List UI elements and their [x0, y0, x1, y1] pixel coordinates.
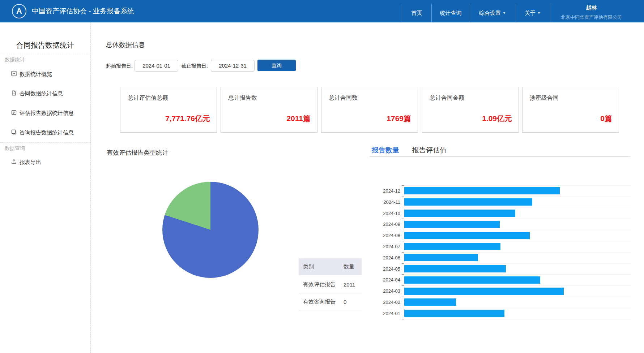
bar-2024-10	[404, 210, 515, 217]
bar-category-label: 2024-11	[376, 197, 400, 208]
bar-category-label: 2024-06	[376, 252, 400, 263]
bar-2024-11	[404, 198, 532, 206]
stat-card-secret-contracts: 涉密级合同 0篇	[522, 87, 619, 133]
bar-2024-01	[404, 310, 504, 317]
pie-chart	[162, 182, 259, 278]
bar-category-label: 2024-03	[376, 285, 400, 297]
nav-item-settings[interactable]: 综合设置▼	[470, 4, 515, 22]
bar-category-label: 2024-10	[376, 208, 400, 219]
sidebar-item-data-overview[interactable]: 数据统计概览	[0, 70, 90, 78]
grid-line	[404, 219, 631, 219]
grid-line	[404, 274, 631, 275]
pie-chart-title: 有效评估报告类型统计	[107, 148, 168, 157]
grid-line	[404, 208, 631, 208]
bar-category-label: 2024-01	[376, 308, 400, 319]
grid-line	[404, 285, 631, 286]
report-type-table: 类别 数量 有效评估报告 2011 有效咨询报告 0	[299, 258, 362, 310]
bar-category-label: 2024-09	[376, 219, 400, 230]
bar-category-label: 2024-12	[376, 185, 400, 197]
bar-2024-07	[404, 243, 500, 250]
stat-card-total-valuation: 总计评估值总额 7,771.76亿元	[120, 87, 217, 133]
grid-line	[404, 230, 631, 230]
tab-report-count[interactable]: 报告数量	[372, 146, 399, 155]
app-logo-icon: A	[12, 4, 26, 18]
bar-2024-06	[404, 254, 478, 261]
query-button[interactable]: 查询	[257, 60, 296, 71]
stat-card-total-reports: 总计报告数 2011篇	[221, 87, 317, 133]
grid-line	[404, 263, 631, 264]
tab-report-value[interactable]: 报告评估值	[412, 146, 447, 155]
sidebar-title: 合同报告数据统计	[0, 40, 90, 50]
bar-category-label: 2024-04	[376, 274, 400, 285]
sidebar-divider	[0, 142, 90, 143]
grid-line	[404, 319, 631, 319]
start-date-input[interactable]: 2024-01-01	[135, 60, 178, 72]
sidebar: 合同报告数据统计 数据统计 数据统计概览 合同数据统计信息 评估报告数据统计信息…	[0, 22, 91, 353]
bar-2024-08	[404, 232, 530, 239]
bar-category-label: 2024-07	[376, 241, 400, 252]
nav-item-about[interactable]: 关于▼	[515, 4, 550, 22]
tab-underline	[370, 156, 630, 157]
grid-line	[404, 297, 631, 297]
nav-item-home[interactable]: 首页	[402, 4, 431, 22]
sidebar-item-contract-stats[interactable]: 合同数据统计信息	[0, 89, 90, 98]
export-icon	[11, 159, 17, 164]
sidebar-item-consult-report-stats[interactable]: 咨询报告数据统计信息	[0, 128, 90, 137]
start-date-label: 起始报告日:	[106, 60, 133, 72]
table-header-row: 类别 数量	[299, 258, 362, 275]
bar-2024-09	[404, 221, 500, 228]
end-date-label: 截止报告日:	[181, 60, 208, 72]
chevron-down-icon: ▼	[537, 4, 541, 22]
user-name: 赵林	[550, 4, 632, 11]
bar-2024-12	[404, 187, 560, 194]
page: A 中国资产评估协会 - 业务报备系统 首页 统计查询 综合设置▼ 关于▼ 赵林…	[0, 0, 644, 353]
chart-overview-icon	[11, 71, 17, 76]
document-icon	[11, 90, 17, 96]
grid-line	[404, 252, 631, 253]
end-date-input[interactable]: 2024-12-31	[211, 60, 255, 72]
grid-line	[404, 241, 631, 241]
bar-2024-03	[404, 288, 564, 295]
bar-category-label: 2024-02	[376, 297, 400, 308]
bar-category-label: 2024-08	[376, 230, 400, 241]
bar-category-label: 2024-05	[376, 263, 400, 275]
sidebar-item-report-export[interactable]: 报表导出	[0, 158, 90, 167]
user-company: 北京中同华资产评估有限公司	[550, 14, 632, 21]
page-title: 总体数据信息	[106, 40, 145, 49]
stat-card-contract-amount: 总计合同金额 1.09亿元	[422, 87, 519, 133]
table-row: 有效咨询报告 0	[299, 293, 362, 310]
report-lines-icon	[11, 110, 17, 115]
sidebar-section-data-stats: 数据统计	[5, 57, 25, 63]
app-title: 中国资产评估协会 - 业务报备系统	[32, 0, 134, 22]
bar-2024-05	[404, 265, 506, 272]
nav-user-block[interactable]: 赵林 北京中同华资产评估有限公司	[550, 4, 644, 22]
grid-line	[404, 197, 631, 197]
nav-item-stats-query[interactable]: 统计查询	[431, 4, 470, 22]
bar-2024-02	[404, 298, 456, 306]
grid-line	[404, 185, 631, 186]
sidebar-section-data-query: 数据查询	[5, 145, 25, 152]
table-row: 有效评估报告 2011	[299, 275, 362, 293]
chevron-down-icon: ▼	[503, 4, 506, 22]
stat-card-total-contracts: 总计合同数 1769篇	[321, 87, 418, 133]
sidebar-item-valuation-report-stats[interactable]: 评估报告数据统计信息	[0, 109, 90, 117]
bar-2024-04	[404, 276, 540, 284]
top-navbar: A 中国资产评估协会 - 业务报备系统 首页 统计查询 综合设置▼ 关于▼ 赵林…	[0, 0, 644, 22]
copy-report-icon	[11, 129, 17, 135]
sidebar-divider	[0, 54, 90, 54]
grid-line	[404, 308, 631, 308]
